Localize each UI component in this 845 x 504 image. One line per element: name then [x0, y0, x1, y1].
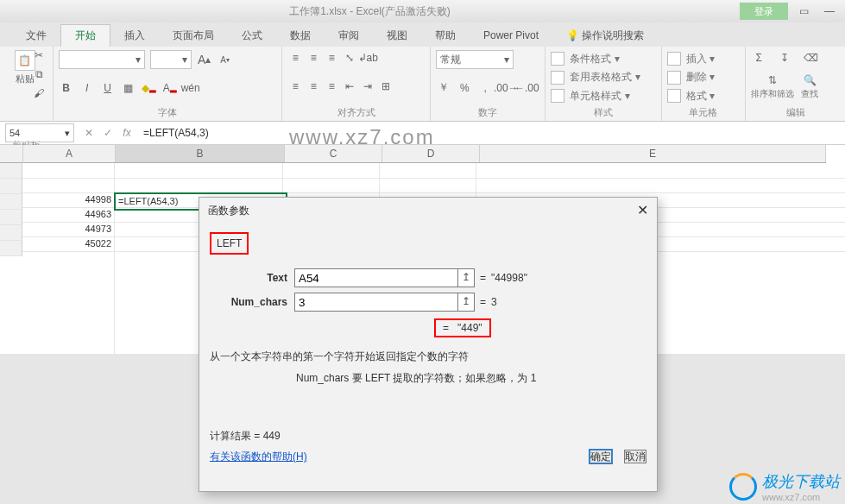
wrap-icon[interactable]: ↲ab [360, 50, 375, 66]
currency-icon[interactable]: ￥ [436, 80, 451, 96]
tab-home[interactable]: 开始 [60, 24, 110, 47]
table-format[interactable]: 套用表格格式 ▾ [551, 69, 656, 86]
tab-view[interactable]: 视图 [373, 25, 421, 47]
align-middle-icon[interactable]: ≡ [306, 50, 321, 66]
copy-icon[interactable]: ⧉ [31, 66, 47, 82]
tab-formula[interactable]: 公式 [228, 25, 276, 47]
tab-power-pivot[interactable]: Power Pivot [470, 25, 552, 47]
cut-icon[interactable]: ✂ [31, 47, 47, 63]
indent-dec-icon[interactable]: ⇤ [342, 79, 357, 94]
align-center-icon[interactable]: ≡ [306, 79, 321, 94]
tell-me-label: 操作说明搜索 [582, 29, 644, 41]
underline-button[interactable]: U [100, 80, 116, 96]
cell-style[interactable]: 单元格样式 ▾ [551, 87, 656, 104]
name-box[interactable]: 54▾ [5, 123, 74, 142]
indent-inc-icon[interactable]: ⇥ [360, 79, 375, 94]
table-format-icon [551, 71, 564, 85]
login-button[interactable]: 登录 [740, 3, 788, 20]
fill-icon[interactable]: ↧ [777, 50, 792, 66]
dec-decimals-icon[interactable]: ←.00 [519, 80, 534, 96]
arg-text-label: Text [210, 272, 294, 284]
format-painter-icon[interactable]: 🖌 [31, 85, 47, 101]
clear-icon[interactable]: ⌫ [803, 50, 818, 66]
arg-numchars-input[interactable] [294, 293, 458, 312]
result-eq: = [443, 322, 449, 334]
col-header-e[interactable]: E [480, 145, 826, 162]
edit-group-label: 编辑 [751, 106, 840, 119]
ref-select-icon[interactable]: ↥ [458, 268, 475, 287]
tab-help[interactable]: 帮助 [421, 25, 470, 47]
row-header[interactable] [0, 179, 22, 194]
comma-icon[interactable]: , [477, 80, 493, 96]
font-size-select[interactable]: ▾ [150, 50, 192, 69]
cell-style-icon [551, 89, 564, 103]
formula-input[interactable]: =LEFT(A54,3) [136, 127, 845, 139]
font-color-icon[interactable]: A▂ [162, 80, 178, 96]
tab-file[interactable]: 文件 [12, 25, 60, 47]
align-left-icon[interactable]: ≡ [287, 79, 303, 94]
cell-a55[interactable]: 44963 [22, 207, 114, 222]
align-right-icon[interactable]: ≡ [324, 79, 339, 94]
cell-a54[interactable]: 44998 [22, 192, 114, 207]
inc-decimals-icon[interactable]: .00→ [498, 80, 514, 96]
ok-button[interactable]: 确定 [589, 449, 613, 464]
cell-a56[interactable]: 44973 [22, 222, 114, 236]
insert-cell-icon [667, 52, 681, 66]
col-header-b[interactable]: B [116, 145, 285, 162]
cell-a57[interactable]: 45022 [22, 236, 114, 251]
shrink-font-icon[interactable]: A▾ [218, 52, 233, 67]
cells-format[interactable]: 格式 ▾ [667, 87, 740, 104]
number-format-select[interactable]: 常规▾ [436, 50, 514, 69]
autosum-icon[interactable]: Σ [751, 50, 766, 66]
function-help-link[interactable]: 有关该函数的帮助(H) [210, 450, 307, 464]
percent-icon[interactable]: % [457, 80, 472, 96]
orientation-icon[interactable]: ⤡ [342, 50, 357, 66]
calc-result-line: 计算结果 = 449 [210, 429, 646, 444]
cancel-formula-icon[interactable]: ✕ [79, 127, 98, 139]
select-all-corner[interactable] [0, 145, 23, 163]
tab-data[interactable]: 数据 [276, 25, 325, 47]
conditional-format[interactable]: 条件格式 ▾ [551, 50, 656, 67]
cancel-button[interactable]: 取消 [624, 450, 646, 463]
tab-page-layout[interactable]: 页面布局 [159, 25, 228, 47]
merge-icon[interactable]: ⊞ [378, 79, 394, 94]
row-header[interactable] [0, 194, 22, 210]
window-title: 工作簿1.xlsx - Excel(产品激活失败) [0, 0, 740, 22]
cells-group-label: 单元格 [667, 106, 740, 119]
minimize-icon[interactable]: — [819, 3, 840, 20]
enter-formula-icon[interactable]: ✓ [98, 127, 117, 139]
watermark-brand: 极光下载站 [762, 471, 840, 492]
close-icon[interactable]: ✕ [637, 198, 648, 224]
tab-tell-me[interactable]: 💡 操作说明搜索 [552, 25, 658, 47]
grow-font-icon[interactable]: A▴ [197, 52, 212, 67]
sort-filter-icon[interactable]: ⇅ [765, 72, 780, 88]
tab-insert[interactable]: 插入 [110, 25, 159, 47]
row-header[interactable] [0, 210, 22, 225]
find-icon[interactable]: 🔍 [802, 72, 817, 88]
sort-filter-label[interactable]: 排序和筛选 [751, 88, 794, 100]
cell-style-label: 单元格样式 ▾ [570, 89, 629, 104]
result-highlight: = "449" [434, 318, 491, 337]
fill-color-icon[interactable]: ◆▂ [142, 80, 157, 96]
row-header[interactable] [0, 163, 22, 179]
align-bottom-icon[interactable]: ≡ [324, 50, 339, 66]
cells-insert-label: 插入 ▾ [686, 52, 715, 66]
find-label[interactable]: 查找 [801, 88, 818, 100]
ref-select-icon[interactable]: ↥ [458, 293, 475, 312]
cells-insert[interactable]: 插入 ▾ [667, 50, 740, 67]
row-header[interactable] [0, 225, 22, 241]
row-header[interactable] [0, 241, 22, 256]
col-header-a[interactable]: A [23, 145, 116, 162]
fx-button[interactable]: fx [117, 127, 136, 139]
tab-review[interactable]: 审阅 [325, 25, 373, 47]
function-arguments-dialog: 函数参数 ✕ LEFT Text ↥ = "44998" Num_chars ↥… [199, 197, 658, 492]
ribbon-options-icon[interactable]: ▭ [793, 3, 814, 20]
number-format-label: 常规 [440, 53, 461, 67]
italic-button[interactable]: I [79, 80, 95, 96]
cells-delete[interactable]: 删除 ▾ [667, 69, 740, 86]
phonetic-icon[interactable]: wén [183, 80, 199, 96]
align-top-icon[interactable]: ≡ [287, 50, 303, 66]
arg-text-input[interactable] [294, 268, 458, 287]
function-name-label: LEFT [217, 237, 242, 249]
border-icon[interactable]: ▦ [121, 80, 136, 96]
